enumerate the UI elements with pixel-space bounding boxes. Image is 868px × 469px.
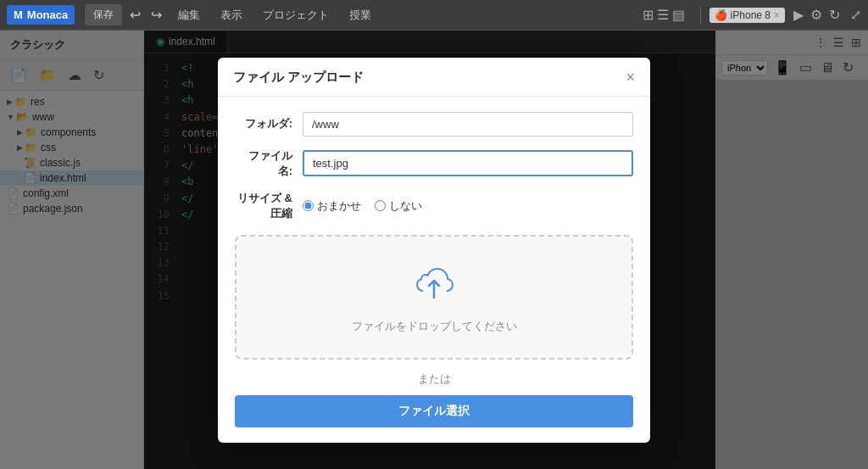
drop-zone[interactable]: ファイルをドロップしてください: [235, 235, 633, 360]
radio-none[interactable]: [375, 200, 386, 211]
folder-row: フォルダ:: [235, 112, 633, 137]
file-select-button[interactable]: ファイル選択: [235, 395, 633, 427]
menu-edit[interactable]: 編集: [170, 4, 209, 26]
folder-label: フォルダ:: [235, 116, 303, 131]
modal-title: ファイル アップロード: [233, 70, 364, 86]
radio-auto[interactable]: [303, 200, 314, 211]
filename-input[interactable]: [303, 150, 633, 176]
radio-option-none[interactable]: しない: [375, 198, 422, 214]
device-label-area: 🍎 iPhone 8 ×: [709, 8, 785, 23]
modal-close-button[interactable]: ×: [626, 70, 635, 85]
detail-view-icon[interactable]: ▤: [672, 7, 685, 23]
app-logo: M Monaca: [7, 5, 75, 25]
or-text: または: [235, 371, 633, 387]
radio-option-auto[interactable]: おまかせ: [303, 198, 361, 214]
list-view-icon[interactable]: ☰: [657, 7, 669, 23]
filename-label: ファイル名:: [235, 148, 303, 179]
app-name: Monaca: [27, 8, 68, 21]
redo-button[interactable]: ↪: [147, 5, 166, 25]
device-name: iPhone 8: [731, 9, 771, 21]
modal-overlay: ファイル アップロード × フォルダ: ファイル名: リサイズ & 圧縮 お: [0, 31, 868, 469]
app-logo-letter: M: [14, 8, 23, 21]
cloud-upload-icon: [409, 260, 459, 309]
resize-row: リサイズ & 圧縮 おまかせ しない: [235, 191, 633, 221]
undo-button[interactable]: ↩: [125, 5, 145, 25]
grid-view-icon[interactable]: ⊞: [643, 7, 654, 23]
resize-label: リサイズ & 圧縮: [235, 191, 303, 221]
upload-modal: ファイル アップロード × フォルダ: ファイル名: リサイズ & 圧縮 お: [218, 58, 650, 443]
undo-redo-group: ↩ ↪: [125, 5, 166, 25]
apple-icon: 🍎: [715, 9, 727, 21]
expand-icon[interactable]: ⤢: [850, 7, 861, 23]
menu-bar: M Monaca 保存 ↩ ↪ 編集 表示 プロジェクト 授業 ⊞ ☰ ▤ 🍎 …: [0, 0, 868, 31]
modal-body: フォルダ: ファイル名: リサイズ & 圧縮 おまかせ しな: [218, 97, 650, 443]
close-device-icon[interactable]: ×: [774, 9, 780, 21]
filename-row: ファイル名:: [235, 148, 633, 179]
radio-auto-label: おまかせ: [317, 198, 361, 214]
modal-header: ファイル アップロード ×: [218, 58, 650, 97]
radio-none-label: しない: [389, 198, 422, 214]
menu-lesson[interactable]: 授業: [341, 4, 380, 26]
folder-input[interactable]: [303, 112, 633, 137]
settings-icon[interactable]: ⚙: [810, 7, 822, 23]
drop-text: ファイルをドロップしてください: [352, 319, 517, 334]
device-area: ⊞ ☰ ▤: [643, 7, 685, 23]
menu-project[interactable]: プロジェクト: [254, 4, 337, 26]
save-button[interactable]: 保存: [85, 4, 122, 25]
refresh-icon[interactable]: ↻: [829, 7, 840, 23]
menu-view[interactable]: 表示: [212, 4, 251, 26]
radio-group: おまかせ しない: [303, 198, 422, 214]
play-icon[interactable]: ▶: [793, 7, 804, 23]
